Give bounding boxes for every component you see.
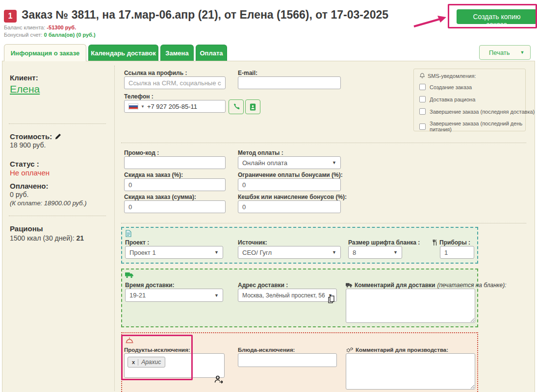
remove-tag-button[interactable]: x [132, 359, 135, 365]
delivery-time-select[interactable]: 19-21 ▼ [125, 289, 223, 302]
payment-method-select[interactable]: Онлайн оплата ▼ [238, 156, 341, 169]
sms-option-order-created[interactable]: Создание заказа [419, 84, 472, 90]
section-divider-1 [121, 143, 526, 143]
exclusion-tag-name: Арахис [141, 359, 161, 366]
profile-link-input[interactable] [124, 76, 226, 89]
tab-replacement-label: Замена [165, 49, 188, 57]
production-comment-textarea[interactable] [346, 353, 475, 390]
annotation-arrow [413, 13, 447, 29]
create-order-copy-button[interactable]: Создать копию заказа [457, 9, 537, 24]
cloche-icon [126, 337, 133, 343]
flag-caret-icon: ▼ [141, 104, 145, 109]
discount-pct-input[interactable] [124, 178, 226, 191]
discount-sum-label: Скидка на заказ (сумма): [124, 194, 196, 200]
font-size-value: 8 [353, 249, 356, 256]
production-comment-label-row: Комментарий для производства: [346, 347, 448, 353]
sms-option-label: Создание заказа [430, 84, 472, 90]
bonus-limit-input[interactable] [238, 178, 341, 191]
print-button[interactable]: Печать ▼ [479, 45, 531, 60]
utensils-label: Приборы : [439, 239, 470, 246]
checkbox-icon[interactable] [419, 84, 426, 90]
cost-label-row: Стоимость: [10, 132, 61, 141]
email-field[interactable] [238, 76, 341, 89]
checkbox-icon[interactable] [419, 96, 426, 102]
project-value: Проект 1 [129, 249, 156, 256]
checkbox-icon[interactable] [419, 123, 426, 130]
document-icon [126, 230, 131, 237]
chevron-down-icon: ▼ [520, 50, 525, 55]
apply-to-client-icon[interactable] [214, 375, 223, 384]
source-select[interactable]: СЕО/ Гугл ▼ [238, 246, 341, 259]
client-balance-line: Баланс клиента: -51300 руб. [4, 24, 76, 30]
email-label: E-mail: [238, 70, 257, 76]
tab-payment[interactable]: Оплата [196, 45, 227, 61]
contact-book-button[interactable] [245, 99, 260, 114]
chevron-down-icon: ▼ [332, 250, 336, 255]
payment-method-value: Онлайн оплата [242, 159, 287, 167]
project-label: Проект : [125, 239, 149, 246]
truck-icon [125, 272, 134, 278]
sms-option-order-finish-food-day[interactable]: Завершение заказа (последний день питани… [419, 121, 537, 132]
status-value: Не оплачен [10, 169, 50, 177]
utensils-input[interactable] [440, 246, 474, 259]
tab-replacement[interactable]: Замена [160, 45, 194, 61]
chevron-down-icon: ▼ [214, 293, 219, 298]
sms-option-order-finish-delivery[interactable]: Завершение заказа (последняя доставка) [419, 108, 535, 115]
products-exclusions-field[interactable]: x Арахис [124, 353, 225, 378]
rations-detail: 1500 ккал (30 дней): [10, 234, 75, 242]
edit-pencil-icon[interactable] [55, 133, 61, 140]
project-select[interactable]: Проект 1 ▼ [125, 246, 223, 259]
delivery-address-select[interactable]: Москва, Зелёный проспект, 56 ▼ [238, 289, 337, 302]
order-page: 1 Заказ № 3811, на 17.мар-06.апр (21), о… [0, 0, 537, 392]
cost-value: 18 900 руб. [10, 141, 46, 149]
tab-delivery-calendar-label: Календарь доставок [91, 49, 156, 57]
tag-separator [138, 359, 138, 366]
address-book-icon [249, 103, 256, 111]
tab-delivery-calendar[interactable]: Календарь доставок [88, 45, 158, 61]
sms-option-label: Доставка рациона [430, 97, 475, 102]
client-name-link[interactable]: Елена [10, 83, 40, 95]
balance-label: Баланс клиента: [4, 24, 45, 30]
font-size-select[interactable]: 8 ▼ [348, 246, 402, 259]
sms-option-ration-delivery[interactable]: Доставка рациона [419, 96, 475, 102]
paid-value: 0 руб. [10, 191, 28, 198]
promo-input[interactable] [124, 156, 226, 169]
bonus-line: Бонусный счет: 0 балла(ов) (0 руб.) [4, 32, 96, 38]
tab-order-info[interactable]: Информация о заказе [4, 44, 86, 61]
truck-icon-small [346, 283, 353, 288]
copy-address-icon[interactable] [328, 295, 334, 303]
russia-flag-icon[interactable] [128, 103, 138, 110]
cutlery-icon [433, 240, 437, 245]
delivery-comment-note: (печатается на бланке): [437, 282, 507, 289]
delivery-comment-textarea[interactable] [346, 289, 475, 323]
balance-value: -51300 руб. [47, 24, 76, 30]
section-divider-2 [121, 223, 526, 223]
cashback-input[interactable] [238, 200, 341, 213]
checkbox-icon[interactable] [419, 108, 426, 115]
delivery-address-value: Москва, Зелёный проспект, 56 [242, 292, 325, 299]
bonus-label: Бонусный счет: [4, 32, 42, 38]
phone-field[interactable]: ▼ +7 927 205-85-11 [124, 100, 226, 113]
bonus-value: 0 балла(ов) (0 руб.) [44, 32, 96, 38]
sidebar-divider-2 [9, 216, 106, 216]
gears-icon [346, 347, 354, 353]
dishes-exclusions-input[interactable] [238, 353, 337, 367]
rations-count: 21 [77, 234, 84, 242]
rations-row: 1500 ккал (30 дней): 21 [10, 234, 84, 242]
chevron-down-icon: ▼ [214, 250, 219, 255]
phone-icon [232, 103, 240, 111]
promo-label: Промо-код : [124, 149, 159, 156]
tab-order-info-label: Информация о заказе [11, 49, 79, 57]
phone-label: Телефон : [124, 93, 153, 100]
call-button[interactable] [229, 99, 244, 114]
dishes-exclusions-label: Блюда-исключения: [238, 347, 295, 353]
delivery-time-label: Время доставки: [125, 282, 175, 289]
discount-pct-label: Скидка на заказ (%): [124, 172, 183, 178]
page-title: Заказ № 3811, на 17.мар-06.апр (21), от … [22, 8, 388, 22]
sidebar-divider-1 [9, 123, 106, 124]
production-comment-label: Комментарий для производства: [356, 347, 448, 353]
chevron-down-icon: ▼ [393, 250, 398, 255]
discount-sum-input[interactable] [124, 200, 226, 213]
bell-icon [419, 73, 425, 79]
font-size-label: Размер шрифта бланка : [348, 239, 420, 246]
